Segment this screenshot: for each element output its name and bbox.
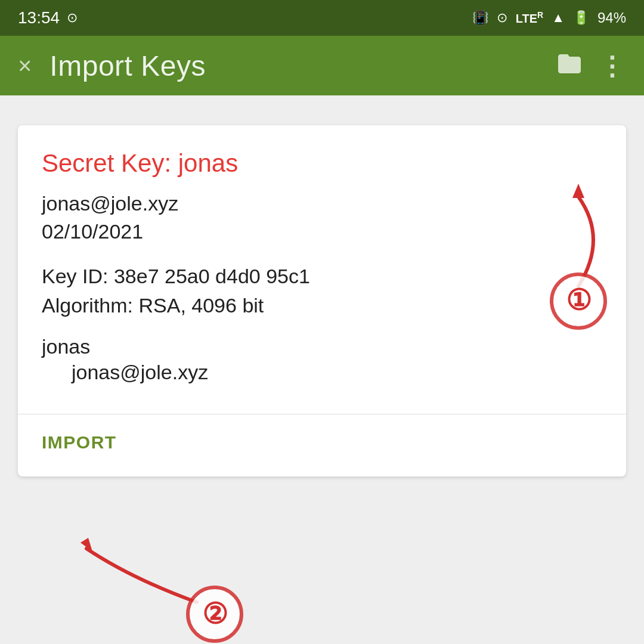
toolbar-title: Import Keys [49, 49, 206, 82]
lte-label: LTER [516, 10, 543, 26]
key-email: jonas@jole.xyz [42, 192, 602, 215]
key-algorithm-row: Algorithm: RSA, 4096 bit [42, 294, 602, 317]
card-bottom: IMPORT [42, 414, 602, 453]
more-vert-icon[interactable]: ⋮ [599, 51, 626, 81]
folder-icon[interactable] [558, 53, 581, 79]
battery-level: 94% [597, 10, 626, 26]
key-date: 02/10/2021 [42, 220, 602, 243]
import-button[interactable]: IMPORT [42, 432, 117, 453]
annotation-2: ② [80, 538, 242, 641]
svg-point-3 [188, 587, 242, 641]
key-id-label: Key ID: [42, 265, 114, 287]
algorithm-label: Algorithm: [42, 294, 139, 317]
svg-marker-5 [80, 538, 92, 552]
status-time: 13:54 [18, 8, 60, 27]
toolbar-left: × Import Keys [18, 49, 206, 82]
key-name: jonas [42, 335, 602, 358]
algorithm-value: RSA, 4096 bit [139, 294, 264, 317]
main-content: Secret Key: jonas jonas@jole.xyz 02/10/2… [0, 95, 644, 644]
key-card-title: Secret Key: jonas [42, 149, 602, 178]
key-card: Secret Key: jonas jonas@jole.xyz 02/10/2… [18, 125, 626, 476]
wifi-icon: ⊙ [497, 10, 507, 26]
app-toolbar: × Import Keys ⋮ [0, 36, 644, 95]
status-bar-left: 13:54 ⊙ [18, 8, 78, 27]
key-id-value: 38e7 25a0 d4d0 95c1 [114, 265, 310, 287]
key-id-row: Key ID: 38e7 25a0 d4d0 95c1 [42, 265, 602, 288]
status-bar-right: 📳 ⊙ LTER ▲ 🔋 94% [472, 10, 626, 26]
battery-icon: 🔋 [573, 10, 589, 26]
toolbar-right: ⋮ [558, 51, 626, 81]
signal-icon: ▲ [552, 10, 565, 26]
notification-icon: ⊙ [67, 10, 78, 26]
key-sub-email: jonas@jole.xyz [42, 361, 602, 384]
vibrate-icon: 📳 [472, 10, 488, 26]
svg-text:②: ② [202, 598, 228, 630]
status-bar: 13:54 ⊙ 📳 ⊙ LTER ▲ 🔋 94% [0, 0, 644, 36]
close-button[interactable]: × [18, 54, 32, 78]
